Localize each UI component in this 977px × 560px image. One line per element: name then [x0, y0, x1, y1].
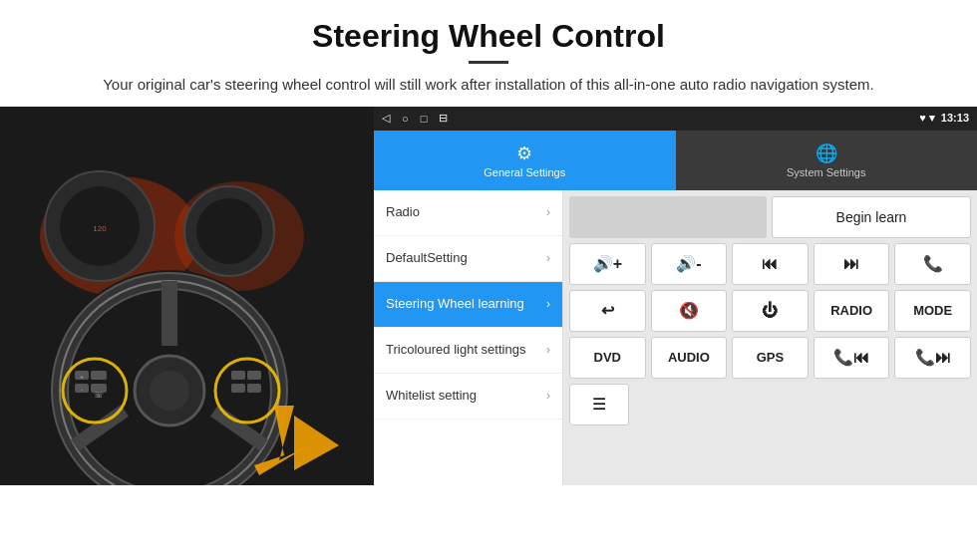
menu-item-radio-label: Radio	[386, 204, 546, 221]
tab-system-label: System Settings	[787, 166, 865, 178]
nav-recent-icon[interactable]: □	[421, 113, 428, 125]
phone-button[interactable]: 📞	[894, 243, 971, 285]
svg-rect-23	[91, 371, 107, 380]
menu-item-steering-label: Steering Wheel learning	[386, 296, 546, 313]
prev-track-button[interactable]: ⏮	[732, 243, 809, 285]
svg-rect-29	[247, 384, 261, 393]
device-panel: ◁ ○ □ ⊟ ♥ ▾ 13:13 ⚙ General Settings 🌐 S…	[374, 107, 977, 485]
empty-slot	[569, 196, 767, 238]
mode-button[interactable]: MODE	[894, 290, 971, 332]
audio-label: AUDIO	[668, 350, 710, 365]
left-menu: Radio › DefaultSetting › Steering Wheel …	[374, 190, 563, 485]
tel-prev-button[interactable]: 📞⏮	[814, 337, 890, 379]
begin-learn-button[interactable]: Begin learn	[772, 196, 971, 238]
controls-row-2: ↩ 🔇 ⏻ RADIO MODE	[569, 290, 971, 332]
vol-up-button[interactable]: 🔊+	[569, 243, 646, 285]
clock: 13:13	[941, 112, 969, 124]
dvd-button[interactable]: DVD	[569, 337, 646, 379]
chevron-icon: ›	[546, 343, 550, 357]
begin-learn-row: Begin learn	[569, 196, 971, 238]
gps-button[interactable]: GPS	[732, 337, 809, 379]
status-bar: ◁ ○ □ ⊟ ♥ ▾ 13:13	[374, 107, 977, 131]
menu-item-default-setting[interactable]: DefaultSetting ›	[374, 236, 562, 282]
audio-button[interactable]: AUDIO	[651, 337, 728, 379]
power-button[interactable]: ⏻	[732, 290, 809, 332]
right-controls: Begin learn 🔊+ 🔊- ⏮ ⏭	[563, 190, 977, 485]
nav-back-icon[interactable]: ◁	[382, 112, 390, 125]
tel-next-button[interactable]: 📞⏭	[894, 337, 971, 379]
hangup-button[interactable]: ↩	[569, 290, 646, 332]
chevron-icon: ›	[546, 251, 550, 265]
chevron-icon: ›	[546, 205, 550, 219]
tab-general-settings[interactable]: ⚙ General Settings	[374, 131, 676, 190]
svg-rect-27	[231, 384, 245, 393]
page-header: Steering Wheel Control Your original car…	[0, 0, 977, 107]
controls-row-3: DVD AUDIO GPS 📞⏮ 📞⏭	[569, 337, 971, 379]
svg-point-16	[150, 371, 189, 411]
chevron-icon: ›	[546, 297, 550, 311]
svg-text:☏: ☏	[94, 391, 104, 400]
controls-row-1: 🔊+ 🔊- ⏮ ⏭ 📞	[569, 243, 971, 285]
menu-item-radio[interactable]: Radio ›	[374, 190, 562, 236]
nav-menu-icon[interactable]: ⊟	[439, 112, 448, 125]
menu-controls-area: Radio › DefaultSetting › Steering Wheel …	[374, 190, 977, 485]
tab-system-settings[interactable]: 🌐 System Settings	[676, 131, 978, 190]
dvd-label: DVD	[594, 350, 621, 365]
car-image-panel: 120 + - ☏	[0, 107, 374, 485]
mute-button[interactable]: 🔇	[651, 290, 728, 332]
chevron-icon: ›	[546, 389, 550, 403]
title-divider	[469, 61, 508, 64]
vol-up-icon: 🔊+	[593, 254, 622, 273]
general-settings-icon: ⚙	[516, 142, 532, 164]
tel-next-icon: 📞⏭	[915, 348, 951, 367]
page-subtitle: Your original car's steering wheel contr…	[40, 74, 937, 97]
list-icon: ☰	[592, 395, 606, 414]
menu-item-default-label: DefaultSetting	[386, 250, 546, 267]
phone-icon: 📞	[923, 254, 943, 273]
status-bar-nav: ◁ ○ □ ⊟	[382, 112, 448, 125]
next-track-button[interactable]: ⏭	[814, 243, 890, 285]
svg-text:+: +	[80, 374, 84, 380]
prev-track-icon: ⏮	[762, 255, 778, 273]
page-title: Steering Wheel Control	[40, 18, 937, 55]
signal-icon: ♥ ▾	[919, 112, 935, 124]
gps-label: GPS	[757, 350, 784, 365]
svg-rect-26	[231, 371, 245, 380]
main-content: 120 + - ☏	[0, 107, 977, 485]
bottom-row: ☰	[569, 384, 971, 425]
tab-general-label: General Settings	[484, 166, 565, 178]
status-time: ♥ ▾ 13:13	[919, 112, 969, 125]
menu-item-tricoloured[interactable]: Tricoloured light settings ›	[374, 328, 562, 374]
hangup-icon: ↩	[601, 301, 614, 320]
menu-item-steering-wheel[interactable]: Steering Wheel learning ›	[374, 282, 562, 328]
settings-tabs: ⚙ General Settings 🌐 System Settings	[374, 131, 977, 190]
svg-text:-: -	[81, 387, 83, 393]
mute-icon: 🔇	[679, 301, 699, 320]
svg-rect-28	[247, 371, 261, 380]
vol-down-icon: 🔊-	[676, 254, 701, 273]
svg-point-7	[196, 198, 262, 264]
next-track-icon: ⏭	[843, 255, 859, 273]
svg-text:120: 120	[93, 224, 107, 233]
mode-label: MODE	[913, 303, 952, 318]
menu-item-whitelist-label: Whitelist setting	[386, 388, 546, 405]
radio-button[interactable]: RADIO	[814, 290, 890, 332]
list-button[interactable]: ☰	[569, 384, 629, 425]
nav-home-icon[interactable]: ○	[402, 113, 409, 125]
radio-label: RADIO	[830, 303, 872, 318]
vol-down-button[interactable]: 🔊-	[651, 243, 728, 285]
menu-item-whitelist[interactable]: Whitelist setting ›	[374, 374, 562, 420]
tel-prev-icon: 📞⏮	[833, 348, 869, 367]
power-icon: ⏻	[762, 302, 778, 320]
menu-item-tricoloured-label: Tricoloured light settings	[386, 342, 546, 359]
system-settings-icon: 🌐	[815, 142, 837, 164]
